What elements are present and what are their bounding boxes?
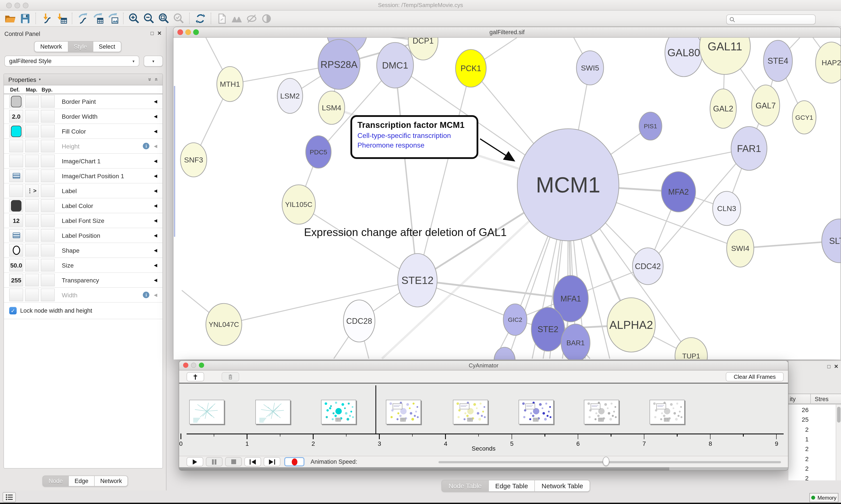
network-node-cdc28[interactable]: CDC28 (343, 300, 375, 342)
refresh-button[interactable] (193, 12, 208, 25)
expand-row-icon[interactable]: ◀ (154, 277, 157, 283)
expand-row-icon[interactable]: ◀ (154, 292, 157, 297)
default-value-cell[interactable] (9, 95, 23, 108)
property-row-label-color[interactable]: Label Color◀ (4, 198, 162, 213)
info-icon[interactable]: i (143, 143, 149, 149)
close-panel-icon[interactable]: ✕ (834, 363, 838, 370)
expand-row-icon[interactable]: ◀ (154, 174, 157, 178)
expand-row-icon[interactable]: ◀ (154, 203, 157, 208)
default-value-cell[interactable] (9, 140, 23, 152)
expand-row-icon[interactable]: ◀ (154, 144, 157, 148)
property-row-label[interactable]: ⋮>Label◀ (4, 183, 162, 198)
zoom-out-button[interactable] (142, 12, 156, 25)
zoom-selected-button[interactable] (171, 12, 186, 25)
bypass-cell[interactable] (41, 110, 55, 123)
animation-speed-slider[interactable] (439, 461, 781, 463)
table-column-stress[interactable]: Stres (815, 396, 828, 402)
default-value-cell[interactable] (9, 289, 23, 301)
mapping-cell[interactable] (25, 244, 39, 257)
expand-row-icon[interactable]: ◀ (154, 159, 157, 163)
property-row-shape[interactable]: Shape◀ (4, 243, 162, 258)
property-row-transparency[interactable]: 255Transparency◀ (4, 273, 162, 288)
network-node-snf3[interactable]: SNF3 (180, 143, 207, 177)
frame-thumbnail-6[interactable] (584, 400, 619, 424)
default-value-cell[interactable] (9, 169, 23, 182)
mapping-cell[interactable] (25, 289, 39, 301)
network-scrollbar[interactable] (174, 86, 175, 237)
frame-thumbnail-0[interactable] (189, 400, 224, 424)
network-node-ste2[interactable]: STE2 (531, 307, 565, 351)
mapping-cell[interactable] (25, 155, 39, 167)
network-node-lsm2[interactable]: LSM2 (277, 78, 303, 113)
network-node-gal2[interactable]: GAL2 (710, 89, 736, 128)
bypass-cell[interactable] (41, 274, 55, 286)
table-cell-value[interactable]: 1 (788, 436, 809, 443)
network-node-alpha2[interactable]: ALPHA2 (607, 298, 655, 352)
tab-network[interactable]: Network (34, 41, 68, 52)
property-row-image-chart-1[interactable]: Image/Chart 1◀ (4, 154, 162, 168)
annotation-button[interactable] (214, 12, 229, 25)
network-node-far1[interactable]: FAR1 (731, 127, 767, 170)
network-node-node_b[interactable] (494, 347, 515, 360)
style-selector[interactable]: galFiltered Style ▾ (4, 56, 139, 67)
network-node-swi4[interactable]: SWI4 (727, 230, 754, 267)
network-node-dmc1[interactable]: DMC1 (377, 42, 413, 88)
import-table-button[interactable] (54, 12, 69, 25)
hide-button[interactable] (244, 12, 259, 25)
search-network-button[interactable] (229, 12, 244, 25)
frame-thumbnail-1[interactable] (255, 400, 290, 424)
network-node-gal7[interactable]: GAL7 (752, 85, 780, 126)
clear-all-frames-button[interactable]: Clear All Frames (726, 372, 784, 381)
network-node-mfa2[interactable]: MFA2 (661, 172, 696, 212)
open-folder-button[interactable] (3, 12, 18, 25)
property-row-fill-color[interactable]: Fill Color◀ (4, 124, 162, 139)
scrollbar-thumb[interactable] (179, 467, 669, 471)
search-input[interactable] (735, 16, 815, 22)
mapping-cell[interactable] (25, 169, 39, 182)
table-cell-value[interactable]: 25 (788, 416, 809, 423)
mapping-cell[interactable] (25, 140, 39, 152)
expand-all-icon[interactable]: » (148, 76, 151, 83)
export-table-button[interactable] (90, 12, 105, 25)
properties-header[interactable]: Properties ▾ » « (4, 74, 162, 85)
bypass-cell[interactable] (41, 289, 55, 301)
bypass-cell[interactable] (41, 169, 55, 182)
delete-frame-button[interactable] (222, 372, 239, 381)
mapping-cell[interactable] (25, 95, 39, 108)
show-panels-button[interactable] (3, 492, 16, 502)
mapping-cell[interactable] (25, 229, 39, 242)
network-node-yil105c[interactable]: YIL105C (282, 185, 315, 224)
expand-row-icon[interactable]: ◀ (154, 233, 157, 238)
default-value-cell[interactable] (9, 244, 23, 257)
cyanimator-timeline[interactable]: 0123456789 Seconds (179, 384, 788, 456)
property-row-label-position[interactable]: Label Position◀ (4, 228, 162, 243)
add-frame-button[interactable] (186, 372, 204, 381)
export-image-button[interactable] (105, 12, 120, 25)
expand-row-icon[interactable]: ◀ (154, 218, 157, 223)
bypass-cell[interactable] (41, 199, 55, 212)
bypass-cell[interactable] (41, 259, 55, 271)
property-row-image-chart-position-1[interactable]: Image/Chart Position 1◀ (4, 168, 162, 183)
default-value-cell[interactable] (9, 229, 23, 242)
float-panel-icon[interactable]: □ (827, 363, 831, 370)
default-value-cell[interactable] (9, 125, 23, 138)
frame-thumbnail-3[interactable] (386, 400, 421, 424)
network-node-mcm1[interactable]: MCM1 (517, 129, 619, 241)
network-node-lsm4[interactable]: LSM4 (319, 91, 345, 124)
annotation-link[interactable]: Cell-type-specific transcription (357, 132, 471, 140)
network-node-cdc42[interactable]: CDC42 (632, 248, 663, 285)
style-options-button[interactable]: ▾ (144, 56, 163, 67)
network-node-slt2[interactable]: SLT2 (822, 219, 841, 263)
table-cell-value[interactable]: 2 (788, 475, 809, 480)
mapping-cell[interactable] (25, 199, 39, 212)
frame-thumbnail-5[interactable] (519, 400, 554, 424)
cyanimator-hscrollbar[interactable] (179, 467, 788, 471)
import-network-button[interactable] (39, 12, 54, 25)
default-value-cell[interactable]: 2.0 (9, 110, 23, 123)
tab-edge-table[interactable]: Edge Table (489, 480, 535, 492)
network-node-pis1[interactable]: PIS1 (639, 112, 662, 140)
default-value-cell[interactable]: 12 (9, 214, 23, 227)
tab-style[interactable]: Style (68, 41, 93, 52)
zoom-in-button[interactable] (127, 12, 142, 25)
network-node-rps28a[interactable]: RPS28A (318, 39, 360, 89)
